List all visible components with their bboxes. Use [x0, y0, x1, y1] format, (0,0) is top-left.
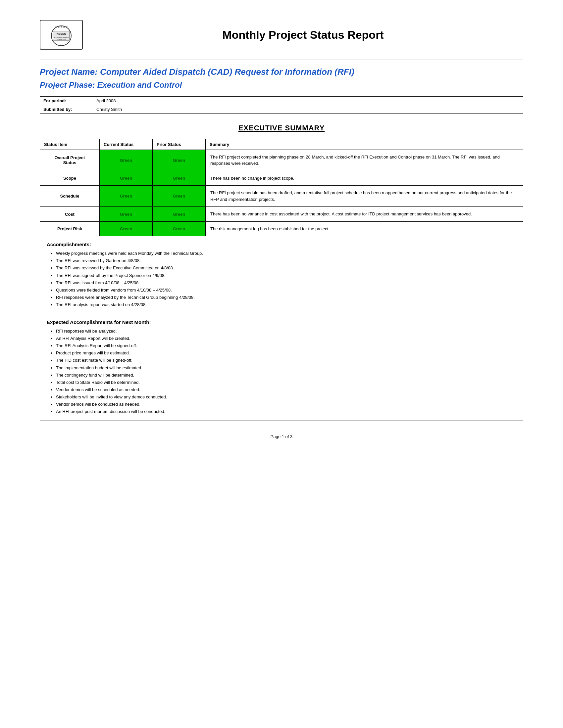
status-item-label: Cost: [40, 207, 100, 222]
prior-status: Green: [153, 150, 206, 171]
header: NDDES Homeland Security State Radio ★ ★ …: [40, 20, 523, 50]
svg-text:NDDES: NDDES: [57, 32, 66, 35]
status-table: Status ItemCurrent StatusPrior StatusSum…: [40, 139, 523, 237]
status-item-label: Project Risk: [40, 221, 100, 236]
status-summary: The RFI project completed the planning p…: [206, 150, 523, 171]
accomplishments-section: Accomplishments: Weekly progress meeting…: [40, 236, 523, 314]
project-phase: Project Phase: Execution and Control: [40, 80, 523, 90]
list-item: The RFI was issued from 4/10/08 – 4/25/0…: [56, 279, 516, 287]
list-item: Vendor demos will be scheduled as needed…: [56, 386, 516, 393]
status-row: ScopeGreenGreenThere has been no change …: [40, 171, 523, 186]
accomplishments-list: Weekly progress meetings were held each …: [47, 250, 516, 308]
prior-status: Green: [153, 207, 206, 222]
main-title: Monthly Project Status Report: [83, 28, 523, 41]
list-item: Stakeholders will be invited to view any…: [56, 393, 516, 401]
list-item: Total cost to State Radio will be determ…: [56, 379, 516, 386]
header-divider: [40, 60, 523, 60]
info-label: Submitted by:: [40, 105, 93, 114]
list-item: The RFI Analysis Report will be signed-o…: [56, 342, 516, 349]
list-item: Questions were fielded from vendors from…: [56, 287, 516, 294]
logo-box: NDDES Homeland Security State Radio ★ ★ …: [40, 20, 83, 50]
status-item-label: Schedule: [40, 186, 100, 207]
current-status: Green: [100, 171, 153, 186]
list-item: Product price ranges will be estimated.: [56, 349, 516, 357]
prior-status: Green: [153, 186, 206, 207]
status-summary: There has been no change in project scop…: [206, 171, 523, 186]
info-value: April 2008: [93, 96, 523, 105]
list-item: RFI responses were analyzed by the Techn…: [56, 294, 516, 301]
list-item: Vendor demos will be conducted as needed…: [56, 401, 516, 408]
status-row: Project RiskGreenGreenThe risk managemen…: [40, 221, 523, 236]
list-item: The RFI analysis report was started on 4…: [56, 301, 516, 308]
info-row: Submitted by:Christy Smith: [40, 105, 523, 114]
current-status: Green: [100, 186, 153, 207]
current-status: Green: [100, 207, 153, 222]
column-header: Prior Status: [153, 139, 206, 150]
status-row: CostGreenGreenThere has been no variance…: [40, 207, 523, 222]
expected-title: Expected Accomplishments for Next Month:: [47, 319, 516, 325]
current-status: Green: [100, 221, 153, 236]
prior-status: Green: [153, 221, 206, 236]
info-table: For period:April 2008Submitted by:Christ…: [40, 96, 523, 114]
info-row: For period:April 2008: [40, 96, 523, 105]
current-status: Green: [100, 150, 153, 171]
status-table-header-row: Status ItemCurrent StatusPrior StatusSum…: [40, 139, 523, 150]
status-item-label: Overall ProjectStatus: [40, 150, 100, 171]
column-header: Status Item: [40, 139, 100, 150]
info-label: For period:: [40, 96, 93, 105]
list-item: An RFI Analysis Report will be created.: [56, 335, 516, 342]
column-header: Summary: [206, 139, 523, 150]
expected-list: RFI responses will be analyzed.An RFI An…: [47, 328, 516, 415]
status-summary: The RFI project schedule has been drafte…: [206, 186, 523, 207]
prior-status: Green: [153, 171, 206, 186]
page-footer: Page 1 of 3: [40, 434, 523, 439]
logo-svg: NDDES Homeland Security State Radio ★ ★ …: [46, 23, 76, 46]
list-item: The RFI was reviewed by the Executive Co…: [56, 264, 516, 272]
status-item-label: Scope: [40, 171, 100, 186]
svg-text:Homeland Security: Homeland Security: [54, 36, 69, 38]
list-item: The implementation budget will be estima…: [56, 364, 516, 372]
column-header: Current Status: [100, 139, 153, 150]
accomplishments-title: Accomplishments:: [47, 242, 516, 247]
project-name: Project Name: Computer Aided Dispatch (C…: [40, 67, 523, 78]
svg-text:★ ★ ★ ★ ★: ★ ★ ★ ★ ★: [55, 26, 68, 28]
page-container: NDDES Homeland Security State Radio ★ ★ …: [40, 20, 523, 439]
status-row: ScheduleGreenGreenThe RFI project schedu…: [40, 186, 523, 207]
list-item: The RFI was signed-off by the Project Sp…: [56, 272, 516, 279]
title-area: Monthly Project Status Report: [83, 28, 523, 41]
page-number: Page 1 of 3: [270, 434, 293, 439]
list-item: Weekly progress meetings were held each …: [56, 250, 516, 257]
status-summary: There has been no variance in cost assoc…: [206, 207, 523, 222]
list-item: RFI responses will be analyzed.: [56, 328, 516, 335]
list-item: The RFI was reviewed by Gartner on 4/8/0…: [56, 257, 516, 264]
svg-text:State Radio: State Radio: [57, 39, 66, 41]
status-summary: The risk management log has been establi…: [206, 221, 523, 236]
info-value: Christy Smith: [93, 105, 523, 114]
list-item: An RFI project post mortem discussion wi…: [56, 408, 516, 415]
executive-summary-heading: EXECUTIVE SUMMARY: [40, 124, 523, 132]
list-item: The contingency fund will be determined.: [56, 372, 516, 379]
list-item: The ITD cost estimate will be signed-off…: [56, 357, 516, 364]
expected-section: Expected Accomplishments for Next Month:…: [40, 314, 523, 421]
status-row: Overall ProjectStatusGreenGreenThe RFI p…: [40, 150, 523, 171]
logo-area: NDDES Homeland Security State Radio ★ ★ …: [40, 20, 83, 50]
